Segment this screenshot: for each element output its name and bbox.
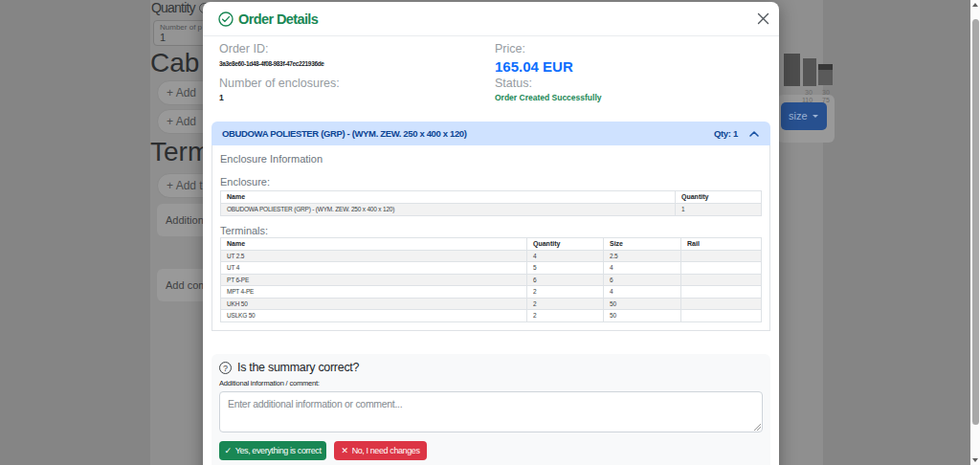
table-row: OBUDOWA POLIESTER (GRP) - (WYM. ZEW. 250… — [221, 204, 762, 216]
enclosure-table: Name Quantity OBUDOWA POLIESTER (GRP) - … — [220, 190, 762, 216]
chevron-up-icon — [748, 128, 760, 140]
order-info: Order ID: 3a3e8e60-1d48-4f08-983f-47ec22… — [218, 43, 764, 102]
comment-label: Additional information / comment: — [219, 380, 763, 388]
enclosure-accordion: OBUDOWA POLIESTER (GRP) - (WYM. ZEW. 250… — [212, 122, 770, 331]
table-row: MPT 4-PE24 — [221, 286, 762, 299]
enclosures-value: 1 — [219, 94, 495, 102]
enclosure-thumbnail-1 — [784, 54, 800, 86]
price-value: 165.04 EUR — [495, 59, 763, 75]
table-row: UKH 50250 — [221, 298, 762, 310]
check-icon: ✓ — [225, 446, 232, 455]
terminals-table: Name Quantity Size Rail UT 2.542.5UT 454… — [220, 237, 762, 322]
table-row: UT 2.542.5 — [221, 250, 762, 262]
resize-handle[interactable] — [754, 424, 761, 431]
accordion-body: Enclosure Information Enclosure: Name Qu… — [212, 145, 770, 331]
terminals-heading: Term — [150, 137, 210, 167]
order-id-value: 3a3e8e60-1d48-4f08-983f-47ec221936de — [219, 60, 495, 68]
summary-question: Is the summary correct? — [237, 362, 359, 374]
status-value: Order Created Successfully — [495, 94, 763, 102]
accordion-header[interactable]: OBUDOWA POLIESTER (GRP) - (WYM. ZEW. 250… — [212, 122, 770, 145]
enclosures-label: Number of enclosures: — [219, 78, 495, 90]
question-circle-icon: ? — [219, 362, 232, 374]
scrollbar-up-arrow-icon[interactable] — [972, 3, 978, 7]
close-icon[interactable] — [757, 12, 769, 25]
modal-title: Order Details — [238, 11, 318, 27]
accordion-qty: Qty: 1 — [714, 128, 738, 139]
order-id-label: Order ID: — [219, 43, 495, 55]
size-dropdown-button[interactable]: size — [781, 102, 827, 130]
page-scrollbar[interactable] — [970, 0, 980, 465]
terminals-label: Terminals: — [220, 224, 762, 237]
cabinet-heading: Cab — [150, 48, 199, 78]
table-row: USLKG 50250 — [221, 310, 762, 322]
enclosure-thumbnail-3 — [818, 64, 833, 85]
no-button[interactable]: ✕No, I need changes — [334, 441, 427, 460]
table-row: PT 6-PE66 — [221, 274, 762, 286]
enclosure-thumbnail-2 — [803, 58, 816, 86]
price-label: Price: — [495, 43, 763, 55]
table-row: UT 454 — [221, 262, 762, 275]
check-circle-icon — [218, 11, 234, 27]
enclosure-label: Enclosure: — [220, 175, 762, 188]
quantity-label: Quantity — [151, 0, 210, 15]
scrollbar-thumb[interactable] — [972, 19, 979, 425]
caret-down-icon — [813, 115, 818, 118]
accordion-title: OBUDOWA POLIESTER (GRP) - (WYM. ZEW. 250… — [222, 128, 467, 139]
comment-textarea[interactable] — [219, 391, 763, 432]
enclosure-info-title: Enclosure Information — [220, 152, 762, 166]
modal-header: Order Details — [203, 2, 779, 36]
x-icon: ✕ — [342, 446, 348, 455]
status-label: Status: — [495, 78, 763, 90]
scrollbar-down-arrow-icon[interactable] — [972, 458, 978, 462]
summary-footer: ? Is the summary correct? Additional inf… — [212, 354, 770, 465]
order-details-modal: Order Details Order ID: 3a3e8e60-1d48-4f… — [203, 2, 779, 465]
yes-button[interactable]: ✓Yes, everything is correct — [219, 441, 326, 460]
